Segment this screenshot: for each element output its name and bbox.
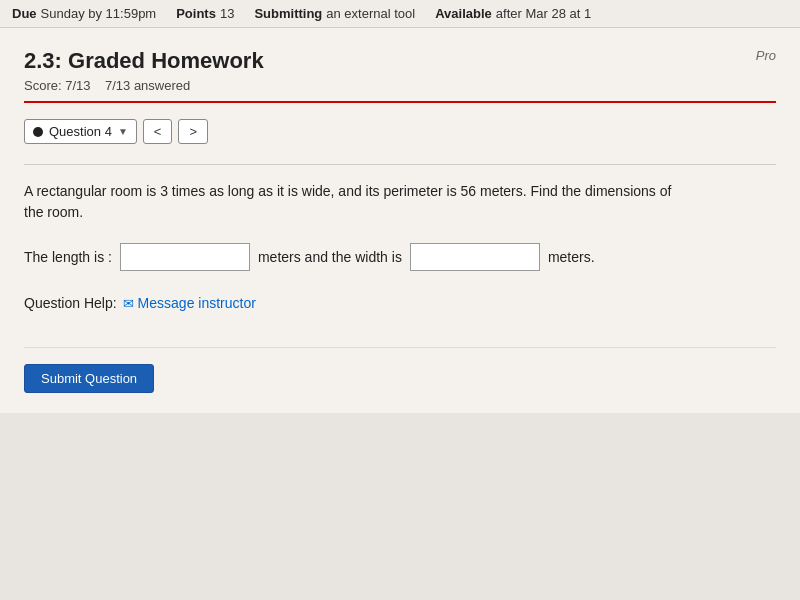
available-value: after Mar 28 at 1 [496, 6, 591, 21]
due-label: Due [12, 6, 37, 21]
length-suffix: meters and the width is [258, 249, 402, 265]
divider [24, 164, 776, 165]
question-text-line1: A rectangular room is 3 times as long as… [24, 183, 671, 199]
message-instructor-label: Message instructor [138, 295, 256, 311]
due-value: Sunday by 11:59pm [41, 6, 157, 21]
width-input[interactable] [410, 243, 540, 271]
submitting-label: Submitting [254, 6, 322, 21]
top-bar: Due Sunday by 11:59pm Points 13 Submitti… [0, 0, 800, 28]
question-selector-row: Question 4 ▼ < > [24, 119, 776, 144]
length-prefix: The length is : [24, 249, 112, 265]
points-item: Points 13 [176, 6, 234, 21]
available-item: Available after Mar 28 at 1 [435, 6, 591, 21]
question-help-label: Question Help: [24, 295, 117, 311]
points-label: Points [176, 6, 216, 21]
question-help-row: Question Help: ✉ Message instructor [24, 295, 776, 311]
submit-question-button[interactable]: Submit Question [24, 364, 154, 393]
prev-question-button[interactable]: < [143, 119, 173, 144]
question-content: A rectangular room is 3 times as long as… [24, 181, 776, 348]
score-label: Score: [24, 78, 62, 93]
submit-section: Submit Question [24, 364, 776, 393]
answer-row: The length is : meters and the width is … [24, 243, 776, 271]
question-dropdown-label: Question 4 [49, 124, 112, 139]
available-label: Available [435, 6, 492, 21]
due-item: Due Sunday by 11:59pm [12, 6, 156, 21]
question-dot [33, 127, 43, 137]
question-dropdown[interactable]: Question 4 ▼ [24, 119, 137, 144]
width-suffix: meters. [548, 249, 595, 265]
assignment-title: 2.3: Graded Homework [24, 48, 264, 74]
assignment-header: 2.3: Graded Homework Score: 7/13 7/13 an… [24, 48, 776, 103]
assignment-score: Score: 7/13 7/13 answered [24, 78, 264, 93]
next-question-button[interactable]: > [178, 119, 208, 144]
answered-value: 7/13 answered [105, 78, 190, 93]
question-text-line2: the room. [24, 204, 83, 220]
envelope-icon: ✉ [123, 296, 134, 311]
length-input[interactable] [120, 243, 250, 271]
message-instructor-link[interactable]: ✉ Message instructor [123, 295, 256, 311]
submitting-value: an external tool [326, 6, 415, 21]
assignment-info: 2.3: Graded Homework Score: 7/13 7/13 an… [24, 48, 264, 93]
main-content: 2.3: Graded Homework Score: 7/13 7/13 an… [0, 28, 800, 413]
score-value: 7/13 [65, 78, 90, 93]
pro-label: Pro [756, 48, 776, 63]
question-text: A rectangular room is 3 times as long as… [24, 181, 776, 223]
submitting-item: Submitting an external tool [254, 6, 415, 21]
chevron-down-icon: ▼ [118, 126, 128, 137]
points-value: 13 [220, 6, 234, 21]
